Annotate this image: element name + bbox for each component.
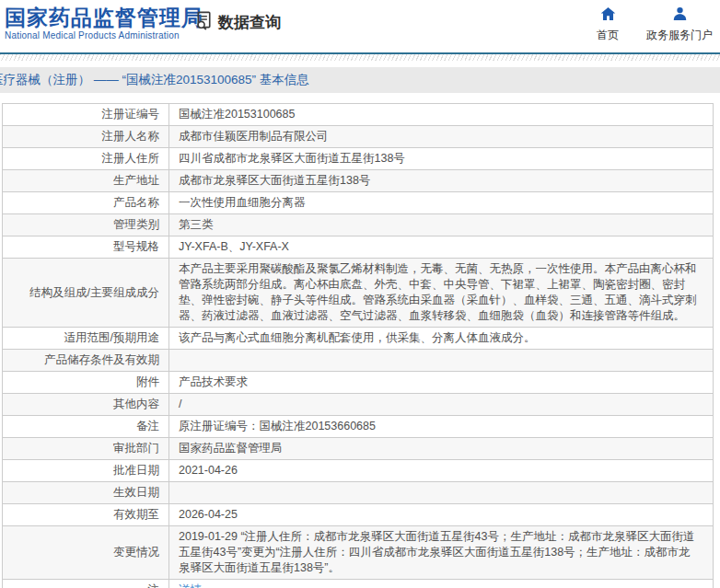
nmpa-logo: 国家药品监督管理局 National Medical Products Admi… — [5, 6, 203, 40]
table-row: 批准日期 2021-04-26 — [3, 460, 713, 482]
logo-subtitle: National Medical Products Administration — [5, 30, 203, 40]
field-value — [169, 350, 713, 371]
table-row: 生产地址 成都市龙泉驿区大面街道五星街138号 — [3, 170, 713, 192]
field-label: 其他内容 — [3, 394, 169, 415]
table-row: 附件 产品技术要求 — [3, 372, 713, 394]
field-label: 附件 — [3, 372, 169, 393]
page: 国家药品监督管理局 National Medical Products Admi… — [0, 0, 720, 588]
field-label: 备注 — [3, 416, 169, 437]
field-label: 管理类别 — [3, 214, 169, 236]
field-value: 2021-04-26 — [169, 460, 713, 481]
detail-link[interactable]: 详情 — [179, 582, 202, 588]
field-value: 成都市佳颖医用制品有限公司 — [169, 126, 713, 147]
table-row: 结构及组成/主要组成成分 本产品主要采用聚碳酸酯及聚氯乙烯材料制造，无毒、无菌、… — [3, 259, 713, 328]
document-search-icon — [193, 10, 215, 35]
top-nav: 首页 政务服务门户 — [597, 6, 713, 43]
home-icon — [600, 6, 616, 25]
field-label: 适用范围/预期用途 — [3, 328, 169, 349]
field-value: 产品技术要求 — [169, 372, 713, 393]
nav-item-home[interactable]: 首页 — [597, 6, 619, 43]
table-row: 变更情况 2019-01-29 “注册人住所：成都市龙泉驿区大面街道五星街43号… — [3, 526, 713, 580]
info-table-body: 注册证编号 国械注准20153100685 注册人名称 成都市佳颖医用制品有限公… — [3, 104, 713, 588]
table-row: 型号规格 JY-XFA-B、JY-XFA-X — [3, 236, 713, 259]
field-label: 注册人住所 — [3, 148, 169, 169]
field-value — [169, 482, 713, 503]
field-label: 变更情况 — [3, 526, 169, 579]
field-value: 2019-01-29 “注册人住所：成都市龙泉驿区大面街道五星街43号；生产地址… — [169, 526, 713, 579]
field-value: 2026-04-25 — [169, 504, 713, 525]
table-row: 注册人住所 四川省成都市龙泉驿区大面街道五星街138号 — [3, 148, 713, 170]
field-label: 有效期至 — [3, 504, 169, 525]
field-label: 产品名称 — [3, 192, 169, 213]
table-row: 备注 原注册证编号：国械注准20153660685 — [3, 416, 713, 438]
table-row: 注册证编号 国械注准20153100685 — [3, 104, 713, 126]
field-value: 原注册证编号：国械注准20153660685 — [169, 416, 713, 437]
field-value: 四川省成都市龙泉驿区大面街道五星街138号 — [169, 148, 713, 169]
field-label: 结构及组成/主要组成成分 — [3, 259, 169, 327]
field-label: ●注 — [3, 580, 169, 588]
table-row: 产品名称 一次性使用血细胞分离器 — [3, 192, 713, 214]
table-row: 管理类别 第三类 — [3, 214, 713, 236]
field-label: 生效日期 — [3, 482, 169, 503]
field-label: 产品储存条件及有效期 — [3, 350, 169, 371]
field-label: 审批部门 — [3, 438, 169, 459]
field-value: 本产品主要采用聚碳酸酯及聚氯乙烯材料制造，无毒、无菌、无热原，一次性使用。本产品… — [169, 259, 713, 327]
data-query-label: 数据查询 — [218, 12, 281, 33]
data-query-section: 数据查询 — [193, 10, 281, 35]
field-value: 第三类 — [169, 214, 713, 236]
field-value: JY-XFA-B、JY-XFA-X — [169, 236, 713, 258]
field-value: 国家药品监督管理局 — [169, 438, 713, 459]
table-row: 审批部门 国家药品监督管理局 — [3, 438, 713, 460]
header: 国家药品监督管理局 National Medical Products Admi… — [0, 0, 720, 52]
table-row: 生效日期 — [3, 482, 713, 504]
breadcrumb-band: 医疗器械（注册） —— “国械注准20153100685” 基本信息 — [0, 67, 720, 93]
field-value: 该产品与离心式血细胞分离机配套使用，供采集、分离人体血液成分。 — [169, 328, 713, 349]
table-row: 适用范围/预期用途 该产品与离心式血细胞分离机配套使用，供采集、分离人体血液成分… — [3, 328, 713, 350]
table-row: 其他内容 / — [3, 394, 713, 416]
field-label: 生产地址 — [3, 170, 169, 191]
table-row: 注册人名称 成都市佳颖医用制品有限公司 — [3, 126, 713, 148]
info-table: 注册证编号 国械注准20153100685 注册人名称 成都市佳颖医用制品有限公… — [2, 103, 714, 588]
field-label: 型号规格 — [3, 236, 169, 258]
nav-home-label: 首页 — [597, 28, 619, 43]
table-row: 产品储存条件及有效期 — [3, 350, 713, 372]
logo-title: 国家药品监督管理局 — [5, 6, 203, 29]
field-value: 国械注准20153100685 — [169, 104, 713, 125]
note-icon: ● — [139, 582, 145, 588]
field-value: 成都市龙泉驿区大面街道五星街138号 — [169, 170, 713, 191]
field-value: 一次性使用血细胞分离器 — [169, 192, 713, 213]
field-value: 详情 — [169, 580, 713, 588]
field-label: 注册证编号 — [3, 104, 169, 125]
field-value: / — [169, 394, 713, 415]
table-row: 有效期至 2026-04-25 — [3, 504, 713, 526]
breadcrumb: 医疗器械（注册） —— “国械注准20153100685” 基本信息 — [0, 67, 720, 93]
field-label: 注册人名称 — [3, 126, 169, 147]
field-label: 批准日期 — [3, 460, 169, 481]
hatch-pattern-band — [0, 54, 720, 61]
nav-item-portal[interactable]: 政务服务门户 — [646, 6, 713, 43]
nav-portal-label: 政务服务门户 — [646, 28, 713, 43]
person-icon — [672, 6, 688, 25]
table-row: ●注 详情 — [3, 580, 713, 588]
